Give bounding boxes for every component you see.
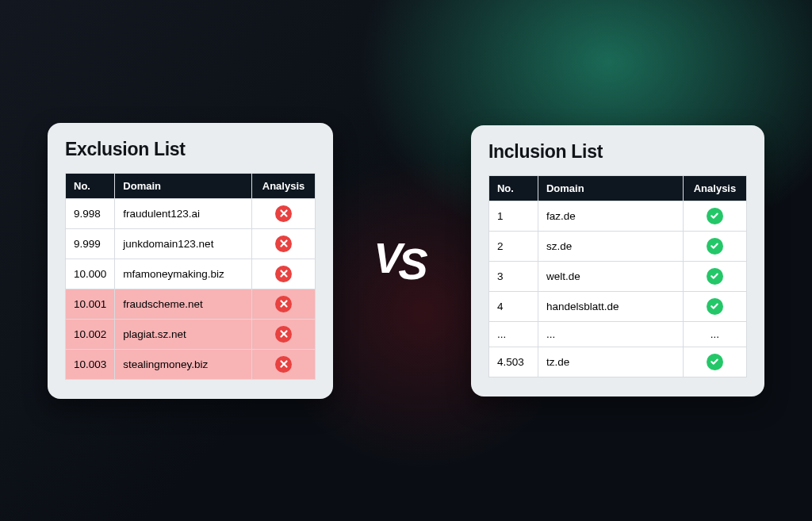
table-row: 9.999junkdomain123.net [66, 228, 316, 259]
cell-no: 9.999 [66, 228, 115, 259]
cell-domain: stealingmoney.biz [115, 349, 252, 379]
cross-icon [275, 356, 292, 373]
cell-analysis: ... [683, 321, 746, 347]
table-header-row: No. Domain Analysis [488, 175, 746, 201]
cell-domain: mfamoneymaking.biz [115, 259, 252, 289]
cross-icon [275, 326, 292, 343]
check-icon [707, 354, 723, 370]
vs-label: VS [373, 239, 430, 276]
cell-analysis [252, 228, 316, 259]
cell-analysis [683, 347, 746, 377]
cell-analysis [252, 198, 316, 228]
col-no: No. [488, 175, 538, 201]
table-row: 10.001fraudscheme.net [66, 289, 316, 319]
table-row: ......... [488, 321, 746, 347]
table-row: 4handelsblatt.de [488, 291, 746, 321]
table-row: 4.503tz.de [488, 347, 746, 377]
cell-domain: plagiat.sz.net [115, 319, 252, 349]
cell-domain: faz.de [538, 201, 683, 231]
cell-analysis [683, 201, 746, 231]
cell-no: 9.998 [66, 198, 115, 228]
cell-analysis-text: ... [710, 328, 719, 340]
cell-no: 10.001 [66, 289, 115, 319]
check-icon [707, 298, 723, 315]
check-icon [707, 208, 723, 224]
cell-domain: sz.de [538, 231, 683, 261]
inclusion-title: Inclusion List [488, 141, 747, 163]
table-row: 2sz.de [488, 231, 746, 261]
cell-domain: fraudulent123.ai [115, 198, 252, 228]
check-icon [707, 268, 723, 285]
cell-domain: junkdomain123.net [115, 228, 252, 259]
comparison-stage: Exclusion List No. Domain Analysis 9.998… [0, 0, 812, 521]
cell-domain: ... [538, 321, 683, 347]
cell-analysis [683, 261, 746, 291]
exclusion-title: Exclusion List [65, 139, 316, 160]
cell-analysis [683, 231, 746, 261]
table-row: 3welt.de [488, 261, 746, 291]
cell-no: 4.503 [488, 347, 538, 377]
cell-analysis [252, 259, 316, 289]
cell-analysis [252, 349, 316, 379]
inclusion-card: Inclusion List No. Domain Analysis 1faz.… [471, 125, 764, 396]
inclusion-table: No. Domain Analysis 1faz.de2sz.de3welt.d… [488, 175, 747, 377]
cross-icon [275, 266, 292, 282]
col-analysis: Analysis [683, 175, 746, 201]
cross-icon [275, 205, 292, 222]
table-row: 10.000mfamoneymaking.biz [66, 259, 316, 289]
cell-no: 1 [488, 201, 538, 231]
cross-icon [275, 296, 292, 312]
col-domain: Domain [538, 175, 683, 201]
table-row: 10.002plagiat.sz.net [66, 319, 316, 349]
cell-no: 10.002 [66, 319, 115, 349]
col-analysis: Analysis [252, 173, 316, 198]
cell-analysis [252, 289, 316, 319]
exclusion-table: No. Domain Analysis 9.998fraudulent123.a… [65, 173, 316, 380]
cell-no: 4 [488, 291, 538, 321]
table-header-row: No. Domain Analysis [66, 173, 316, 198]
cell-no: 10.000 [66, 259, 115, 289]
cell-domain: handelsblatt.de [538, 291, 683, 321]
cell-analysis [683, 291, 746, 321]
cell-no: 3 [488, 261, 538, 291]
cell-no: 2 [488, 231, 538, 261]
table-row: 10.003stealingmoney.biz [66, 349, 316, 379]
cross-icon [275, 236, 292, 252]
check-icon [707, 238, 723, 255]
cell-no: ... [488, 321, 538, 347]
cell-no: 10.003 [66, 349, 115, 379]
col-domain: Domain [115, 173, 252, 198]
cell-domain: tz.de [538, 347, 683, 377]
table-row: 9.998fraudulent123.ai [66, 198, 316, 228]
col-no: No. [66, 173, 115, 198]
exclusion-card: Exclusion List No. Domain Analysis 9.998… [48, 123, 333, 399]
cell-analysis [252, 319, 316, 349]
cell-domain: fraudscheme.net [115, 289, 252, 319]
cell-domain: welt.de [538, 261, 683, 291]
table-row: 1faz.de [488, 201, 746, 231]
